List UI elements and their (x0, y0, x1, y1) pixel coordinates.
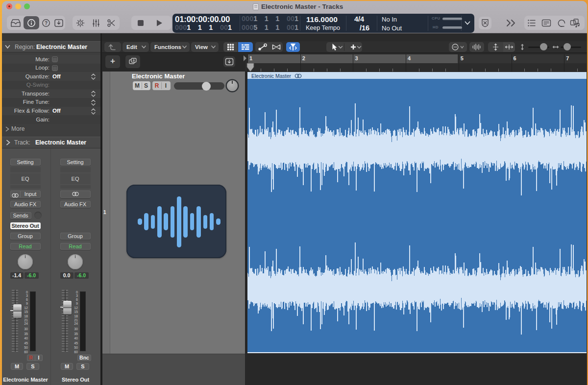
svg-text:?: ? (45, 21, 48, 26)
